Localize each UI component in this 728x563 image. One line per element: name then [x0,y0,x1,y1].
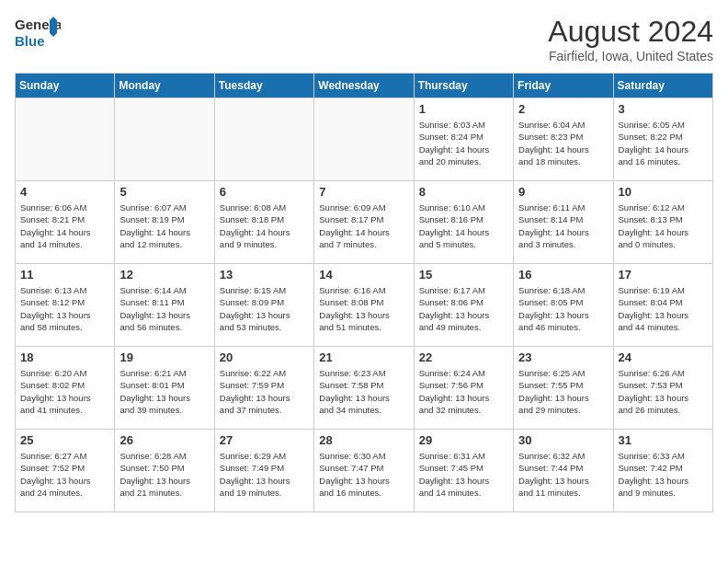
day-info: Sunrise: 6:07 AM Sunset: 8:19 PM Dayligh… [119,201,209,250]
calendar-cell: 2Sunrise: 6:04 AM Sunset: 8:23 PM Daylig… [514,98,613,181]
calendar-cell: 26Sunrise: 6:28 AM Sunset: 7:50 PM Dayli… [115,430,214,512]
day-info: Sunrise: 6:08 AM Sunset: 8:18 PM Dayligh… [220,201,309,250]
calendar-cell: 6Sunrise: 6:08 AM Sunset: 8:18 PM Daylig… [214,181,313,264]
day-info: Sunrise: 6:30 AM Sunset: 7:47 PM Dayligh… [319,450,408,499]
day-info: Sunrise: 6:22 AM Sunset: 7:59 PM Dayligh… [220,367,309,416]
day-info: Sunrise: 6:14 AM Sunset: 8:11 PM Dayligh… [119,284,209,333]
day-number: 2 [518,102,608,116]
logo-svg: GeneralBlue [15,15,61,53]
day-info: Sunrise: 6:10 AM Sunset: 8:16 PM Dayligh… [419,201,508,250]
calendar-week-3: 11Sunrise: 6:13 AM Sunset: 8:12 PM Dayli… [16,264,713,347]
location: Fairfield, Iowa, United States [548,49,713,63]
day-number: 26 [119,433,209,447]
day-number: 23 [518,350,608,364]
calendar-cell: 8Sunrise: 6:10 AM Sunset: 8:16 PM Daylig… [414,181,513,264]
day-info: Sunrise: 6:04 AM Sunset: 8:23 PM Dayligh… [518,119,608,167]
day-number: 22 [419,350,508,364]
day-number: 5 [119,185,209,199]
calendar-cell: 22Sunrise: 6:24 AM Sunset: 7:56 PM Dayli… [414,347,513,430]
calendar-cell: 20Sunrise: 6:22 AM Sunset: 7:59 PM Dayli… [214,347,313,430]
day-header-friday: Friday [514,74,613,98]
calendar-cell: 21Sunrise: 6:23 AM Sunset: 7:58 PM Dayli… [314,347,414,430]
day-info: Sunrise: 6:20 AM Sunset: 8:02 PM Dayligh… [20,367,109,416]
calendar-week-1: 1Sunrise: 6:03 AM Sunset: 8:24 PM Daylig… [16,98,713,181]
day-info: Sunrise: 6:31 AM Sunset: 7:45 PM Dayligh… [419,450,508,499]
calendar-week-4: 18Sunrise: 6:20 AM Sunset: 8:02 PM Dayli… [16,347,713,430]
day-info: Sunrise: 6:28 AM Sunset: 7:50 PM Dayligh… [119,450,209,499]
day-number: 7 [319,185,408,199]
day-info: Sunrise: 6:32 AM Sunset: 7:44 PM Dayligh… [518,450,608,499]
day-info: Sunrise: 6:12 AM Sunset: 8:13 PM Dayligh… [619,201,708,250]
calendar-cell: 10Sunrise: 6:12 AM Sunset: 8:13 PM Dayli… [613,181,712,264]
day-number: 8 [419,185,508,199]
day-number: 13 [220,268,309,282]
day-number: 18 [20,350,109,364]
day-number: 3 [619,102,708,116]
day-info: Sunrise: 6:21 AM Sunset: 8:01 PM Dayligh… [119,367,209,416]
day-header-monday: Monday [115,74,214,98]
day-number: 31 [619,433,708,447]
calendar-cell: 9Sunrise: 6:11 AM Sunset: 8:14 PM Daylig… [514,181,613,264]
day-header-thursday: Thursday [414,74,513,98]
calendar-cell: 1Sunrise: 6:03 AM Sunset: 8:24 PM Daylig… [414,98,513,181]
calendar-cell: 3Sunrise: 6:05 AM Sunset: 8:22 PM Daylig… [613,98,712,181]
calendar-cell: 27Sunrise: 6:29 AM Sunset: 7:49 PM Dayli… [214,430,313,512]
calendar-cell: 16Sunrise: 6:18 AM Sunset: 8:05 PM Dayli… [514,264,613,347]
day-info: Sunrise: 6:15 AM Sunset: 8:09 PM Dayligh… [220,284,309,333]
day-info: Sunrise: 6:27 AM Sunset: 7:52 PM Dayligh… [20,450,109,499]
logo: GeneralBlue [15,15,61,53]
day-number: 12 [119,268,209,282]
calendar-cell: 25Sunrise: 6:27 AM Sunset: 7:52 PM Dayli… [16,430,115,512]
day-number: 1 [419,102,508,116]
calendar-cell: 7Sunrise: 6:09 AM Sunset: 8:17 PM Daylig… [314,181,414,264]
day-number: 29 [419,433,508,447]
day-number: 4 [20,185,109,199]
day-info: Sunrise: 6:26 AM Sunset: 7:53 PM Dayligh… [619,367,708,416]
day-number: 10 [619,185,708,199]
calendar-cell: 11Sunrise: 6:13 AM Sunset: 8:12 PM Dayli… [16,264,115,347]
calendar-cell: 23Sunrise: 6:25 AM Sunset: 7:55 PM Dayli… [514,347,613,430]
calendar-cell: 18Sunrise: 6:20 AM Sunset: 8:02 PM Dayli… [16,347,115,430]
day-info: Sunrise: 6:05 AM Sunset: 8:22 PM Dayligh… [619,119,708,167]
day-number: 19 [119,350,209,364]
day-info: Sunrise: 6:17 AM Sunset: 8:06 PM Dayligh… [419,284,508,333]
calendar-cell: 5Sunrise: 6:07 AM Sunset: 8:19 PM Daylig… [115,181,214,264]
day-number: 15 [419,268,508,282]
calendar-week-2: 4Sunrise: 6:06 AM Sunset: 8:21 PM Daylig… [16,181,713,264]
day-info: Sunrise: 6:06 AM Sunset: 8:21 PM Dayligh… [20,201,109,250]
day-info: Sunrise: 6:11 AM Sunset: 8:14 PM Dayligh… [518,201,608,250]
calendar-cell [115,98,214,181]
calendar-cell: 24Sunrise: 6:26 AM Sunset: 7:53 PM Dayli… [613,347,712,430]
day-header-sunday: Sunday [16,74,115,98]
calendar-cell: 19Sunrise: 6:21 AM Sunset: 8:01 PM Dayli… [115,347,214,430]
day-number: 6 [220,185,309,199]
calendar-table: SundayMondayTuesdayWednesdayThursdayFrid… [15,73,713,512]
day-info: Sunrise: 6:33 AM Sunset: 7:42 PM Dayligh… [619,450,708,499]
day-number: 24 [619,350,708,364]
day-info: Sunrise: 6:03 AM Sunset: 8:24 PM Dayligh… [419,119,508,167]
day-number: 17 [619,268,708,282]
calendar-cell: 14Sunrise: 6:16 AM Sunset: 8:08 PM Dayli… [314,264,414,347]
header-row: SundayMondayTuesdayWednesdayThursdayFrid… [16,74,713,98]
calendar-cell: 29Sunrise: 6:31 AM Sunset: 7:45 PM Dayli… [414,430,513,512]
calendar-cell [16,98,115,181]
day-number: 30 [518,433,608,447]
day-number: 20 [220,350,309,364]
day-number: 9 [518,185,608,199]
calendar-cell: 4Sunrise: 6:06 AM Sunset: 8:21 PM Daylig… [16,181,115,264]
svg-text:Blue: Blue [15,33,45,49]
month-title: August 2024 [548,15,713,49]
calendar-cell [314,98,414,181]
day-header-tuesday: Tuesday [214,74,313,98]
day-info: Sunrise: 6:13 AM Sunset: 8:12 PM Dayligh… [20,284,109,333]
calendar-cell: 30Sunrise: 6:32 AM Sunset: 7:44 PM Dayli… [514,430,613,512]
day-number: 21 [319,350,408,364]
day-number: 27 [220,433,309,447]
calendar-week-5: 25Sunrise: 6:27 AM Sunset: 7:52 PM Dayli… [16,430,713,512]
calendar-cell: 13Sunrise: 6:15 AM Sunset: 8:09 PM Dayli… [214,264,313,347]
day-info: Sunrise: 6:29 AM Sunset: 7:49 PM Dayligh… [220,450,309,499]
day-info: Sunrise: 6:23 AM Sunset: 7:58 PM Dayligh… [319,367,408,416]
day-number: 14 [319,268,408,282]
day-info: Sunrise: 6:19 AM Sunset: 8:04 PM Dayligh… [619,284,708,333]
day-header-wednesday: Wednesday [314,74,414,98]
